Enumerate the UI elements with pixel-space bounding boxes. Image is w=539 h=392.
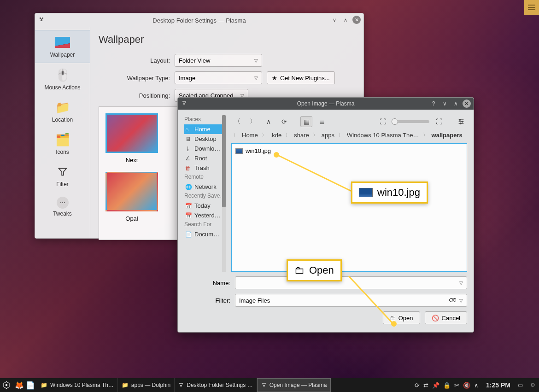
svg-point-10: [6, 384, 8, 386]
settings-button[interactable]: [455, 116, 467, 127]
filter-label: Filter:: [184, 297, 230, 304]
up-button[interactable]: ∧: [263, 116, 275, 127]
breadcrumb[interactable]: 〉Home 〉.kde 〉share 〉apps 〉Windows 10 Pla…: [231, 131, 467, 140]
klipper-icon[interactable]: ✂: [454, 382, 459, 389]
chevron-down-icon: ▽: [459, 298, 463, 303]
places-item-home[interactable]: ⌂Home: [184, 124, 226, 134]
document-icon: 📄: [185, 231, 192, 238]
wallpaper-type-combobox[interactable]: Image ▽: [175, 71, 262, 84]
volume-icon[interactable]: 🔇: [463, 382, 470, 389]
star-icon: ★: [272, 75, 277, 82]
sidebar-item-location[interactable]: 📁 Location: [35, 95, 90, 128]
settings-category-list: Wallpaper 🖱️ Mouse Actions 📁 Location 🗂️…: [35, 27, 90, 238]
open-titlebar[interactable]: Open Image — Plasma ? ∨ ∧ ✕: [178, 98, 474, 110]
svg-point-7: [459, 119, 461, 121]
plasma-icon: [261, 382, 267, 389]
layout-combobox[interactable]: Folder View ▽: [175, 54, 262, 67]
sidebar-item-mouse-actions[interactable]: 🖱️ Mouse Actions: [35, 63, 90, 95]
places-item-yesterday[interactable]: 📅Yesterd…: [184, 211, 226, 220]
layout-label: Layout:: [99, 57, 170, 64]
cancel-icon: 🚫: [432, 315, 439, 322]
folder-icon: 📁: [122, 382, 129, 388]
filter-combobox[interactable]: Image Files ⌫ ▽: [235, 294, 467, 307]
chevron-down-icon: ▽: [459, 281, 463, 286]
places-item-today[interactable]: 📅Today: [184, 201, 226, 211]
mouse-icon: 🖱️: [55, 68, 70, 82]
plasma-icon: [182, 100, 187, 107]
zoom-fit-button[interactable]: ⛶: [433, 116, 445, 127]
zoom-slider[interactable]: [393, 120, 429, 123]
settings-titlebar[interactable]: Desktop Folder Settings — Plasma ∨ ∧ ✕: [35, 13, 363, 27]
places-section-header: Places: [184, 115, 226, 124]
system-tray: ⟳ ⇄ 📌 🔒 ✂ 🔇 ∧: [411, 382, 482, 389]
back-button[interactable]: 〈: [231, 116, 243, 127]
lock-icon[interactable]: 🔒: [443, 382, 451, 389]
wallpaper-icon: [55, 35, 70, 50]
places-scrollbar-thumb[interactable]: [222, 115, 226, 207]
taskbar: 🦊 📄 📁Windows 10 Plasma Th… 📁apps — Dolph…: [0, 378, 539, 392]
sidebar-item-tweaks[interactable]: ⋯ Tweaks: [35, 192, 90, 222]
places-item-desktop[interactable]: 🖥Desktop: [184, 134, 226, 144]
icons-icon: 🗂️: [55, 132, 70, 147]
cancel-button[interactable]: 🚫 Cancel: [425, 311, 467, 324]
wallpaper-thumbnail-opal[interactable]: Opal: [105, 172, 158, 222]
folder-icon: 📁: [55, 100, 70, 115]
places-panel: Places ⌂Home 🖥Desktop ⭳Downlo… ∠Root 🗑Tr…: [184, 115, 226, 272]
task-desktop-settings[interactable]: Desktop Folder Settings …: [175, 378, 257, 392]
calendar-icon: 📅: [185, 212, 192, 219]
trash-icon: 🗑: [185, 165, 192, 171]
editor-icon[interactable]: 📄: [26, 381, 35, 390]
close-button[interactable]: ✕: [352, 16, 361, 24]
task-windows10-theme[interactable]: 📁Windows 10 Plasma Th…: [37, 378, 118, 392]
task-open-image[interactable]: Open Image — Plasma: [257, 378, 331, 392]
sidebar-item-icons[interactable]: 🗂️ Icons: [35, 128, 90, 160]
sidebar-item-filter[interactable]: Filter: [35, 160, 90, 192]
get-new-plugins-button[interactable]: ★ Get New Plugins...: [267, 71, 335, 84]
usb-icon[interactable]: ⇄: [423, 382, 428, 389]
callout-file: win10.jpg: [351, 181, 428, 204]
tray-expand-icon[interactable]: ∧: [474, 382, 479, 389]
chevron-right-icon: 〉: [336, 132, 345, 139]
compact-view-button[interactable]: ≣: [316, 116, 328, 127]
maximize-button[interactable]: ∧: [341, 16, 350, 24]
forward-button[interactable]: 〉: [247, 116, 259, 127]
firefox-icon[interactable]: 🦊: [15, 381, 24, 390]
recent-section-header: Recently Save…: [184, 192, 226, 201]
clipboard-icon[interactable]: 📌: [432, 382, 439, 389]
configure-icon[interactable]: ⚙: [527, 382, 539, 388]
clear-icon[interactable]: ⌫: [449, 297, 457, 304]
icons-view-button[interactable]: ▦: [300, 116, 312, 127]
search-section-header: Search For: [184, 220, 226, 229]
reload-button[interactable]: ⟳: [278, 116, 290, 127]
panel-toolbox-button[interactable]: [524, 0, 539, 15]
minimize-button[interactable]: ∨: [440, 99, 449, 108]
chevron-down-icon: ▽: [254, 76, 258, 81]
settings-title: Desktop Folder Settings — Plasma: [152, 17, 246, 24]
positioning-label: Positioning:: [99, 92, 170, 99]
more-icon: ⋯: [57, 197, 69, 209]
name-label: Name:: [184, 280, 230, 287]
svg-point-8: [462, 121, 463, 123]
places-item-trash[interactable]: 🗑Trash: [184, 163, 226, 173]
sidebar-item-wallpaper[interactable]: Wallpaper: [35, 30, 90, 63]
preview-button[interactable]: ⛶: [377, 116, 389, 127]
places-item-root[interactable]: ∠Root: [184, 153, 226, 163]
file-view[interactable]: win10.jpg: [231, 143, 467, 272]
close-button[interactable]: ✕: [463, 99, 471, 108]
places-item-downloads[interactable]: ⭳Downlo…: [184, 144, 226, 153]
places-item-documents[interactable]: 📄Docum…: [184, 229, 226, 239]
clock[interactable]: 1:25 PM: [482, 381, 514, 389]
chevron-right-icon: 〉: [421, 132, 430, 139]
help-button[interactable]: ?: [429, 99, 438, 108]
wallpaper-thumbnail-next[interactable]: Next: [105, 113, 158, 164]
maximize-button[interactable]: ∧: [451, 99, 460, 108]
places-item-network[interactable]: 🌐Network: [184, 182, 226, 192]
start-button[interactable]: [0, 378, 13, 392]
task-apps-dolphin[interactable]: 📁apps — Dolphin: [118, 378, 175, 392]
plasma-icon: [39, 17, 46, 24]
funnel-icon: [55, 164, 70, 179]
file-item-win10[interactable]: win10.jpg: [234, 146, 464, 155]
show-desktop-button[interactable]: ▭: [514, 382, 527, 388]
updates-icon[interactable]: ⟳: [415, 382, 420, 389]
minimize-button[interactable]: ∨: [330, 16, 339, 24]
